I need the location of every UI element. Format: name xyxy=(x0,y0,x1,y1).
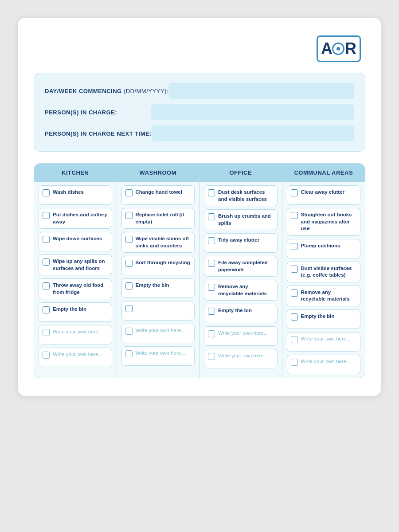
table-headers: KITCHEN WASHROOM OFFICE COMMUNAL AREAS xyxy=(34,164,365,182)
task-item: Remove any recyclable materials xyxy=(287,286,361,306)
task-checkbox[interactable] xyxy=(291,289,298,297)
task-checkbox[interactable] xyxy=(291,266,298,273)
cleaning-table: KITCHEN WASHROOM OFFICE COMMUNAL AREAS W… xyxy=(34,163,365,378)
task-label: Replace toilet roll (if empty) xyxy=(136,211,191,225)
person-in-charge-input[interactable] xyxy=(151,104,354,120)
task-checkbox[interactable] xyxy=(43,189,50,196)
task-checkbox[interactable] xyxy=(291,189,298,196)
task-item-editable: Write your own here... xyxy=(39,348,112,367)
task-item-editable: Write your own here... xyxy=(204,326,278,346)
form-label-person-next: PERSON(S) IN CHARGE NEXT TIME: xyxy=(45,130,152,137)
task-label: Wipe visible stains off sinks and counte… xyxy=(136,235,191,249)
task-label: Empty the bin xyxy=(136,282,169,289)
task-item: Clear away clutter xyxy=(287,185,361,205)
task-item: Wipe up any spills on surfaces and floor… xyxy=(39,254,112,275)
table-col-2: Dust desk surfaces and visible surfacesB… xyxy=(200,182,282,378)
task-item: Tidy away clutter xyxy=(204,233,278,253)
task-checkbox-editable[interactable] xyxy=(43,352,50,359)
task-label: Change hand towel xyxy=(136,189,182,196)
task-item: Change hand towel xyxy=(121,185,195,205)
task-checkbox[interactable] xyxy=(125,305,133,312)
task-label: Straighten out books and magazines after… xyxy=(301,211,357,232)
header: A R xyxy=(34,34,365,63)
task-item: Straighten out books and magazines after… xyxy=(287,208,361,236)
task-checkbox[interactable] xyxy=(43,306,50,313)
task-checkbox-editable[interactable] xyxy=(291,336,298,343)
form-row-person: PERSON(S) IN CHARGE: xyxy=(45,104,354,120)
table-body: Wash dishesPut dishes and cutlery awayWi… xyxy=(34,182,365,378)
task-checkbox[interactable] xyxy=(208,189,215,196)
task-checkbox[interactable] xyxy=(208,213,215,220)
task-item: Wipe down surfaces xyxy=(39,232,112,251)
task-item: Replace toilet roll (if empty) xyxy=(121,208,195,229)
task-label: Wipe up any spills on surfaces and floor… xyxy=(53,258,108,272)
task-checkbox[interactable] xyxy=(43,236,50,243)
task-checkbox[interactable] xyxy=(208,260,215,267)
task-checkbox[interactable] xyxy=(125,282,133,289)
task-item: Wash dishes xyxy=(39,185,112,205)
task-checkbox[interactable] xyxy=(43,212,50,219)
task-checkbox-editable[interactable] xyxy=(208,353,215,360)
task-item: Empty the bin xyxy=(287,309,361,329)
task-item: Wipe visible stains off sinks and counte… xyxy=(121,232,195,253)
person-next-input[interactable] xyxy=(152,125,354,141)
task-item: Dust desk surfaces and visible surfaces xyxy=(204,185,278,206)
table-col-0: Wash dishesPut dishes and cutlery awayWi… xyxy=(34,182,117,378)
task-label: Put dishes and cutlery away xyxy=(53,211,108,225)
task-checkbox-editable[interactable] xyxy=(208,330,215,337)
task-placeholder[interactable]: Write your own here... xyxy=(218,352,268,360)
task-item: Plump cushions xyxy=(287,239,361,258)
col-header-office: OFFICE xyxy=(200,164,282,182)
task-item-editable: Write your own here... xyxy=(287,355,361,374)
task-checkbox-editable[interactable] xyxy=(125,350,133,357)
task-label: Dust visible surfaces (e.g. coffee table… xyxy=(301,265,357,279)
task-checkbox[interactable] xyxy=(208,237,215,244)
task-placeholder[interactable]: Write your own here... xyxy=(136,327,185,334)
task-item: Sort through recycling xyxy=(121,256,195,275)
task-checkbox-editable[interactable] xyxy=(125,328,133,335)
form-label-person: PERSON(S) IN CHARGE: xyxy=(45,109,151,116)
task-checkbox[interactable] xyxy=(125,189,133,196)
task-label: Throw away old food from fridge xyxy=(53,282,108,296)
form-label-date: DAY/WEEK COMMENCING (DD/MM/YYYY): xyxy=(45,88,168,94)
task-checkbox[interactable] xyxy=(208,284,215,291)
task-checkbox[interactable] xyxy=(291,212,298,219)
task-checkbox[interactable] xyxy=(291,313,298,321)
task-label: Sort through recycling xyxy=(136,259,190,266)
task-item: Remove any recyclable materials xyxy=(204,280,278,301)
task-label: Empty the bin xyxy=(218,307,252,314)
task-checkbox[interactable] xyxy=(43,258,50,266)
logo-wheel-icon xyxy=(332,43,344,55)
task-checkbox-editable[interactable] xyxy=(291,359,298,366)
task-checkbox[interactable] xyxy=(125,212,133,219)
task-checkbox[interactable] xyxy=(208,308,215,315)
task-placeholder[interactable]: Write your own here... xyxy=(53,329,102,336)
task-item: Empty the bin xyxy=(121,278,195,298)
task-placeholder[interactable]: Write your own here... xyxy=(301,358,351,365)
logo-letter-a: A xyxy=(321,39,332,58)
task-checkbox[interactable] xyxy=(43,282,50,289)
form-row-person-next: PERSON(S) IN CHARGE NEXT TIME: xyxy=(45,125,354,141)
task-label: Clear away clutter xyxy=(301,189,344,196)
task-item: File away completed paperwork xyxy=(204,256,278,277)
page: A R DAY/WEEK COMMENCING (DD/MM/YYYY): PE… xyxy=(18,18,381,396)
task-placeholder[interactable]: Write your own here... xyxy=(301,336,351,343)
table-col-3: Clear away clutterStraighten out books a… xyxy=(282,182,365,378)
date-input[interactable] xyxy=(168,83,354,99)
logo-letter-r: R xyxy=(345,39,356,58)
task-placeholder[interactable]: Write your own here... xyxy=(136,350,185,357)
task-placeholder[interactable]: Write your own here... xyxy=(53,351,102,358)
task-checkbox[interactable] xyxy=(125,236,133,243)
task-item-editable: Write your own here... xyxy=(39,325,112,344)
task-label: Empty the bin xyxy=(301,313,335,320)
task-placeholder[interactable]: Write your own here... xyxy=(218,330,268,337)
task-label: Dust desk surfaces and visible surfaces xyxy=(218,189,274,203)
form-section: DAY/WEEK COMMENCING (DD/MM/YYYY): PERSON… xyxy=(34,73,365,152)
form-row-date: DAY/WEEK COMMENCING (DD/MM/YYYY): xyxy=(45,83,354,99)
task-item-editable: Write your own here... xyxy=(121,324,195,343)
task-checkbox[interactable] xyxy=(125,260,133,267)
task-checkbox[interactable] xyxy=(291,243,298,250)
col-header-washroom: WASHROOM xyxy=(117,164,200,182)
task-label: Wipe down surfaces xyxy=(53,235,102,243)
task-checkbox-editable[interactable] xyxy=(43,329,50,336)
